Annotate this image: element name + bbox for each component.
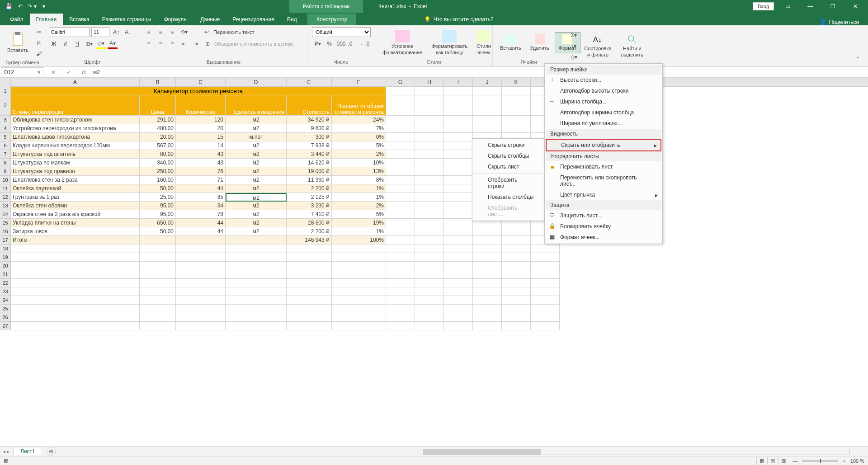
col-header-I[interactable]: I — [444, 78, 473, 86]
cell[interactable]: Окраска стен за 2 раза в/э краской — [11, 210, 140, 219]
menu-lock-cell[interactable]: 🔒 Блокировать ячейку — [546, 221, 661, 232]
row-header[interactable]: 5 — [0, 133, 11, 141]
cell[interactable]: 20 — [176, 124, 226, 133]
cell[interactable] — [444, 87, 473, 95]
col-header-D[interactable]: D — [226, 78, 287, 86]
col-header-H[interactable]: H — [415, 78, 444, 86]
cell[interactable] — [444, 176, 473, 184]
cell[interactable] — [287, 305, 332, 313]
row-header[interactable]: 13 — [0, 202, 11, 210]
cell[interactable] — [444, 227, 473, 236]
cell[interactable] — [473, 116, 502, 124]
tab-formulas[interactable]: Формулы — [158, 14, 194, 25]
cell[interactable] — [473, 124, 502, 133]
cell[interactable] — [415, 133, 444, 141]
cell[interactable]: м2 — [226, 210, 287, 219]
cell[interactable] — [502, 279, 531, 287]
name-box[interactable]: D12 ▾ — [1, 67, 43, 77]
cell[interactable]: 8% — [332, 176, 386, 184]
cell[interactable]: Шпатлевка стен за 2 раза — [11, 176, 140, 184]
menu-protect-sheet[interactable]: 🛡 Защитить лист... — [546, 210, 661, 221]
cell[interactable] — [386, 87, 415, 95]
cell[interactable]: 85 — [176, 193, 226, 202]
tab-insert[interactable]: Вставка — [63, 14, 96, 25]
chevron-down-icon[interactable]: ▾ — [38, 69, 40, 75]
cell[interactable]: 7% — [332, 124, 386, 133]
cell[interactable] — [332, 296, 386, 305]
cell[interactable] — [444, 95, 473, 116]
cell[interactable] — [444, 159, 473, 167]
cell[interactable] — [226, 322, 287, 330]
zoom-in-icon[interactable]: + — [843, 458, 845, 464]
cell[interactable] — [444, 296, 473, 305]
cell[interactable] — [287, 287, 332, 296]
cell[interactable] — [176, 296, 226, 305]
row-header[interactable]: 17 — [0, 236, 11, 244]
cell[interactable] — [415, 262, 444, 270]
cell[interactable] — [444, 253, 473, 262]
cell[interactable]: 19% — [332, 219, 386, 227]
cell[interactable] — [332, 279, 386, 287]
cell[interactable] — [415, 227, 444, 236]
cell[interactable] — [386, 262, 415, 270]
cell[interactable] — [531, 270, 560, 279]
row-header[interactable]: 7 — [0, 150, 11, 159]
cell[interactable]: 2 200 ₽ — [287, 184, 332, 193]
cell[interactable] — [415, 95, 444, 116]
menu-autofit-row[interactable]: Автоподбор высоты строки — [546, 85, 661, 96]
cell[interactable] — [444, 193, 473, 202]
cell[interactable] — [415, 184, 444, 193]
cell[interactable]: 2% — [332, 150, 386, 159]
sort-filter-button[interactable]: A↓ Сортировка и фильтр — [580, 32, 615, 59]
cell[interactable] — [531, 279, 560, 287]
cell[interactable] — [140, 270, 176, 279]
increase-indent-icon[interactable]: ⇥ — [191, 39, 201, 49]
cell[interactable]: 43 — [176, 159, 226, 167]
cell[interactable] — [502, 87, 531, 95]
increase-font-icon[interactable]: A↑ — [111, 27, 121, 37]
cell[interactable] — [444, 262, 473, 270]
delete-cells-button[interactable]: Удалить — [527, 33, 553, 53]
decrease-decimal-icon[interactable]: ←.0 — [360, 39, 370, 49]
cell[interactable] — [415, 159, 444, 167]
cell[interactable] — [386, 279, 415, 287]
cell[interactable]: 146 943 ₽ — [287, 236, 332, 244]
cell[interactable] — [386, 210, 415, 219]
align-center-icon[interactable]: ≡ — [156, 39, 165, 49]
align-right-icon[interactable]: ≡ — [167, 39, 177, 49]
cell[interactable] — [332, 313, 386, 322]
cell[interactable] — [176, 236, 226, 244]
currency-icon[interactable]: ₽▾ — [313, 39, 323, 49]
cell[interactable]: м2 — [226, 184, 287, 193]
column-header-D[interactable]: Единица измерения — [226, 95, 287, 116]
cell[interactable]: 43 — [176, 150, 226, 159]
cell[interactable]: Устройство перегородки из гипсокартона — [11, 124, 140, 133]
align-left-icon[interactable]: ≡ — [144, 39, 154, 49]
column-header-F[interactable]: Процент от общей стоимости ремонта — [332, 95, 386, 116]
col-header-G[interactable]: G — [386, 78, 415, 86]
cell[interactable] — [415, 141, 444, 150]
format-as-table-button[interactable]: Форматировать как таблицу — [428, 28, 471, 57]
table-title[interactable]: Калькулятор стоимости ремонта — [11, 87, 386, 95]
cell[interactable] — [11, 262, 140, 270]
cell[interactable] — [287, 296, 332, 305]
cell[interactable] — [11, 305, 140, 313]
save-icon[interactable]: 💾 — [4, 1, 14, 11]
cell[interactable]: м2 — [226, 202, 287, 210]
copy-icon[interactable]: ⎘ — [34, 38, 44, 48]
cell[interactable]: Грунтовка за 1 раз — [11, 193, 140, 202]
row-header[interactable]: 3 — [0, 116, 11, 124]
decrease-indent-icon[interactable]: ⇤ — [179, 39, 189, 49]
cell[interactable]: 20,00 — [140, 133, 176, 141]
cell[interactable] — [332, 322, 386, 330]
cell[interactable] — [11, 244, 140, 253]
decrease-font-icon[interactable]: A↓ — [123, 27, 133, 37]
cell[interactable] — [415, 219, 444, 227]
column-header-E[interactable]: Стоимость — [287, 95, 332, 116]
cell[interactable]: м2 — [226, 159, 287, 167]
close-icon[interactable]: ✕ — [846, 1, 864, 11]
cell[interactable]: 95,00 — [140, 202, 176, 210]
maximize-icon[interactable]: ❐ — [824, 1, 842, 11]
row-header[interactable]: 21 — [0, 270, 11, 279]
cancel-icon[interactable]: ✕ — [48, 67, 59, 77]
